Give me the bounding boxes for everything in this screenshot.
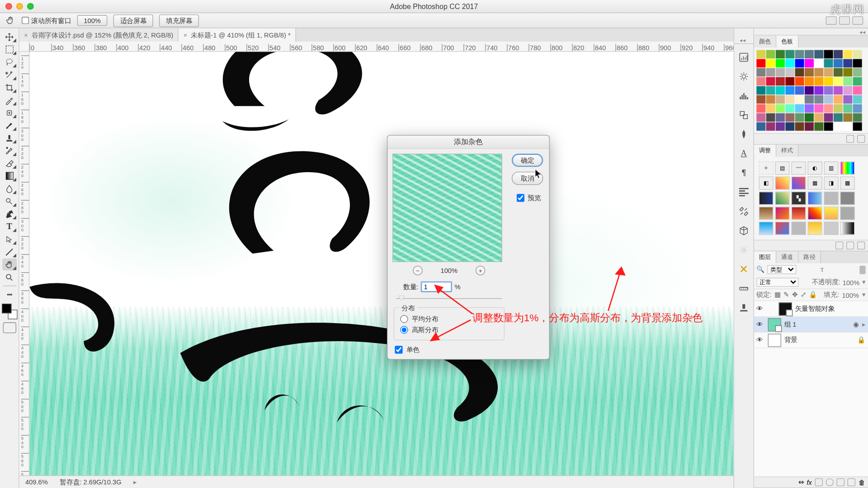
blend-mode-select[interactable]: 正常	[756, 278, 798, 287]
adj-foot-delete-icon[interactable]	[857, 242, 865, 249]
swatch[interactable]	[766, 95, 775, 104]
adj-lookup[interactable]: ▦	[808, 177, 822, 190]
view-mode-icon-1[interactable]	[826, 16, 837, 25]
minimize-window-button[interactable]	[16, 3, 23, 10]
adj-invert[interactable]: ◨	[824, 177, 839, 190]
swatch[interactable]	[824, 86, 833, 95]
view-mode-icon-3[interactable]	[852, 16, 863, 25]
swatch[interactable]	[785, 59, 794, 68]
visibility-toggle-icon[interactable]: 👁	[756, 305, 765, 313]
swatch[interactable]	[834, 86, 843, 95]
blur-tool[interactable]	[2, 183, 17, 195]
swatch[interactable]	[843, 86, 852, 95]
filter-shape-icon[interactable]	[826, 265, 835, 274]
swatch[interactable]	[814, 95, 823, 104]
swatch[interactable]	[824, 113, 833, 122]
zoom-in-button[interactable]: +	[476, 266, 485, 275]
swatch[interactable]	[795, 104, 804, 113]
adj-r5c1[interactable]	[759, 222, 774, 235]
swatch[interactable]	[756, 104, 765, 113]
adj-photo[interactable]	[775, 177, 790, 190]
filter-toggle[interactable]	[859, 265, 865, 274]
adj-r4c1[interactable]	[759, 206, 774, 220]
layer-row-group-1[interactable]: 👁 组 1 ◉ ▸	[754, 317, 868, 333]
preview-checkbox[interactable]: 预览	[516, 193, 541, 202]
swatch[interactable]	[776, 122, 785, 131]
brush-tool[interactable]	[2, 119, 17, 131]
filter-pixel-icon[interactable]	[799, 265, 807, 274]
layer-row-smart-object[interactable]: 👁 矢量智能对象	[754, 301, 868, 317]
swatch[interactable]	[756, 95, 765, 104]
color-tab[interactable]: 颜色	[754, 36, 776, 48]
foreground-background-colors[interactable]	[1, 304, 17, 319]
swatch[interactable]	[853, 77, 862, 86]
dock-cancel-icon[interactable]: ✕	[738, 263, 750, 276]
zoom-tool[interactable]	[2, 271, 17, 283]
new-swatch-icon[interactable]	[846, 135, 854, 143]
swatch[interactable]	[824, 59, 833, 68]
swatch[interactable]	[843, 95, 852, 104]
new-fill-icon[interactable]	[826, 479, 834, 486]
swatch[interactable]	[824, 68, 833, 77]
new-group-icon[interactable]	[837, 479, 844, 486]
dock-brightness-icon[interactable]	[738, 70, 750, 83]
swatch[interactable]	[766, 77, 775, 86]
swatch[interactable]	[843, 68, 852, 77]
dock-collapse-icon[interactable]: ◂◂	[734, 37, 754, 44]
adj-g2[interactable]	[840, 192, 855, 205]
delete-layer-icon[interactable]: 🗑	[859, 479, 865, 486]
ruler-origin[interactable]	[19, 42, 30, 52]
adj-thresh[interactable]	[759, 192, 774, 205]
swatch[interactable]	[824, 95, 833, 104]
swatch[interactable]	[785, 50, 794, 59]
swatch[interactable]	[805, 113, 814, 122]
adj-mixer[interactable]	[792, 177, 806, 190]
swatch[interactable]	[814, 50, 823, 59]
paths-tab[interactable]: 路径	[799, 251, 821, 263]
dock-character-icon[interactable]: A	[738, 148, 750, 160]
history-brush-tool[interactable]	[2, 145, 17, 157]
swatch-grid[interactable]	[756, 50, 865, 131]
delete-swatch-icon[interactable]	[857, 135, 865, 143]
swatch[interactable]	[766, 86, 775, 95]
swatch[interactable]	[834, 77, 843, 86]
swatch[interactable]	[824, 122, 833, 131]
swatch[interactable]	[824, 50, 833, 59]
swatch[interactable]	[795, 122, 804, 131]
swatch[interactable]	[785, 122, 794, 131]
adj-r4c5[interactable]	[824, 206, 839, 220]
swatch[interactable]	[776, 77, 785, 86]
swatch[interactable]	[785, 113, 794, 122]
path-selection-tool[interactable]	[2, 233, 17, 245]
filter-smart-icon[interactable]	[837, 265, 846, 274]
swatch[interactable]	[824, 77, 833, 86]
edit-toolbar-button[interactable]: •••	[2, 289, 17, 301]
dock-histogram-icon[interactable]	[738, 51, 750, 63]
swatch[interactable]	[805, 59, 814, 68]
channels-tab[interactable]: 通道	[776, 251, 798, 263]
adj-brightness[interactable]: ☀	[759, 161, 774, 174]
dock-paragraph-icon[interactable]: ¶	[738, 167, 750, 179]
swatch[interactable]	[814, 77, 823, 86]
adj-r4c6[interactable]	[840, 206, 855, 220]
close-window-button[interactable]	[5, 3, 12, 10]
adj-exposure[interactable]: ◐	[808, 161, 822, 174]
dock-tools-icon[interactable]	[738, 206, 750, 218]
swatch[interactable]	[814, 104, 823, 113]
adj-levels[interactable]: ▤	[775, 161, 790, 174]
swatch[interactable]	[785, 77, 794, 86]
swatch[interactable]	[756, 59, 765, 68]
swatch[interactable]	[776, 50, 785, 59]
lasso-tool[interactable]	[2, 56, 17, 68]
lock-trans-icon[interactable]: ▦	[774, 291, 780, 299]
line-tool[interactable]	[2, 246, 17, 258]
fit-screen-button[interactable]: 适合屏幕	[113, 14, 153, 27]
swatch[interactable]	[853, 95, 862, 104]
dodge-tool[interactable]	[2, 195, 17, 207]
adj-sel[interactable]: ▚	[792, 192, 806, 205]
smart-filter-icon[interactable]: ◉	[853, 320, 859, 328]
swatch[interactable]	[776, 95, 785, 104]
swatch[interactable]	[795, 86, 804, 95]
swatch[interactable]	[834, 50, 843, 59]
move-tool[interactable]	[2, 31, 17, 43]
